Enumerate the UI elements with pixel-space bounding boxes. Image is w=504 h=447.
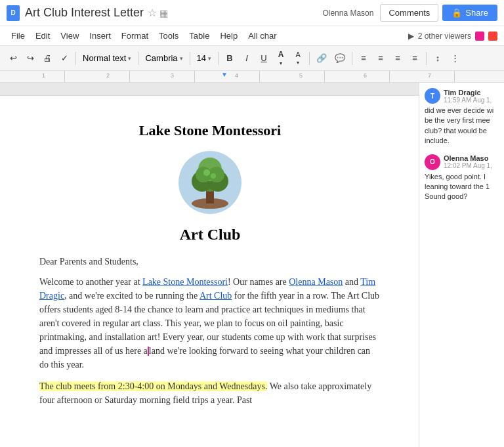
font-select[interactable]: Cambria ▾: [142, 50, 186, 67]
align-right-button[interactable]: ≡: [390, 49, 406, 68]
viewers-count: 2 other viewers: [418, 32, 471, 41]
redo-button[interactable]: ↪: [22, 49, 38, 68]
menu-view[interactable]: View: [56, 29, 83, 43]
toolbar-separator-4: [218, 52, 219, 65]
viewer-dot-red: [488, 32, 497, 41]
link-artclub: Art Club: [200, 291, 232, 301]
size-select[interactable]: 14 ▾: [194, 50, 215, 67]
link-olenna: Olenna Mason: [289, 277, 343, 287]
print-button[interactable]: 🖨: [39, 49, 55, 68]
comment-2-time: 12:02 PM Aug 1,: [444, 162, 492, 169]
font-color-icon: A: [278, 50, 284, 59]
menu-edit[interactable]: Edit: [31, 29, 54, 43]
doc-subtitle: Art Club: [39, 226, 381, 244]
doc-logo: [177, 150, 243, 215]
style-label: Normal text: [83, 53, 126, 63]
doc-para1: Welcome to another year at Lake Stone Mo…: [39, 275, 381, 372]
viewers-section: ▶ 2 other viewers: [408, 32, 497, 41]
align-center-button[interactable]: ≡: [373, 49, 388, 68]
document-page: Lake Stone Montessori: [0, 96, 419, 447]
menu-help[interactable]: Help: [215, 29, 242, 43]
user-name-display: Olenna Mason: [322, 9, 373, 18]
toolbar-separator-6: [352, 52, 352, 65]
comment-1-time: 11:59 AM Aug 1,: [444, 96, 492, 104]
highlighted-text: The club meets from 2:30-4:00 on Mondays…: [39, 381, 267, 391]
ruler: 1 2 3 4 5 6 7 ▼: [0, 71, 504, 83]
align-justify-button[interactable]: ≡: [407, 49, 423, 68]
doc-title: Art Club Interest Letter: [25, 6, 144, 20]
comment-2-text: Yikes, good point. I leaning toward the …: [425, 172, 499, 202]
menu-format[interactable]: Format: [117, 29, 153, 43]
underline-button[interactable]: U: [256, 49, 272, 68]
toolbar-separator-2: [138, 52, 138, 65]
folder-icon[interactable]: ▦: [159, 8, 168, 18]
comment-item-1: T Tim Dragic 11:59 AM Aug 1, did we ever…: [425, 88, 499, 146]
share-button[interactable]: 🔒 Share: [442, 5, 497, 21]
line-spacing-button[interactable]: ↕: [430, 49, 446, 68]
toolbar-separator-3: [190, 52, 190, 65]
font-label: Cambria: [145, 53, 177, 63]
undo-button[interactable]: ↩: [5, 49, 21, 68]
font-arrow: ▾: [180, 55, 183, 62]
toolbar-separator-5: [309, 52, 310, 65]
text-cursor: [148, 347, 149, 356]
comments-button[interactable]: Comments: [380, 4, 438, 22]
document-area[interactable]: Lake Stone Montessori: [0, 83, 419, 447]
menu-insert[interactable]: Insert: [85, 29, 116, 43]
avatar-olenna: O: [425, 154, 440, 170]
menu-table[interactable]: Table: [184, 29, 214, 43]
menu-tools[interactable]: Tools: [154, 29, 183, 43]
style-arrow: ▾: [128, 55, 131, 62]
svg-point-9: [203, 169, 210, 176]
viewer-dot-pink: [475, 32, 484, 41]
menu-allchar[interactable]: All char: [243, 29, 281, 43]
size-label: 14: [197, 53, 206, 63]
spellcheck-button[interactable]: ✓: [56, 49, 72, 68]
align-left-button[interactable]: ≡: [356, 49, 371, 68]
comment-1-text: did we ever decide wi be the very first …: [425, 106, 499, 146]
triangle-icon: ▶: [408, 32, 414, 41]
toolbar-separator-1: [75, 52, 76, 65]
doc-icon: D: [7, 5, 20, 21]
comment-2-author: Olenna Maso: [444, 154, 492, 162]
doc-greeting: Dear Parents and Students,: [39, 257, 381, 267]
more-options-button[interactable]: ⋮: [447, 49, 463, 68]
link-button[interactable]: 🔗: [313, 49, 330, 68]
doc-para2: The club meets from 2:30-4:00 on Mondays…: [39, 379, 381, 407]
doc-heading: Lake Stone Montessori: [39, 122, 381, 139]
font-color-button[interactable]: A ▾: [273, 49, 289, 68]
font-color-arrow: ▾: [280, 60, 282, 66]
menu-file[interactable]: File: [7, 29, 30, 43]
highlight-arrow: ▾: [297, 60, 299, 66]
highlight-icon: A: [295, 51, 300, 58]
lock-icon: 🔒: [452, 8, 462, 18]
link-montessori: Lake Stone Montessori: [142, 277, 228, 287]
star-icon[interactable]: ☆: [148, 7, 157, 19]
comment-button[interactable]: 💬: [331, 49, 348, 68]
share-label: Share: [465, 8, 488, 18]
comments-panel: T Tim Dragic 11:59 AM Aug 1, did we ever…: [419, 83, 504, 447]
toolbar-separator-7: [426, 52, 427, 65]
svg-point-10: [211, 173, 216, 179]
bold-button[interactable]: B: [222, 49, 238, 68]
comment-item-2: O Olenna Maso 12:02 PM Aug 1, Yikes, goo…: [425, 154, 499, 202]
style-select[interactable]: Normal text ▾: [79, 50, 135, 67]
italic-button[interactable]: I: [239, 49, 255, 68]
size-arrow: ▾: [208, 55, 211, 62]
highlight-color-button[interactable]: A ▾: [290, 49, 306, 68]
avatar-tim: T: [425, 88, 440, 104]
comment-1-author: Tim Dragic: [444, 89, 492, 96]
